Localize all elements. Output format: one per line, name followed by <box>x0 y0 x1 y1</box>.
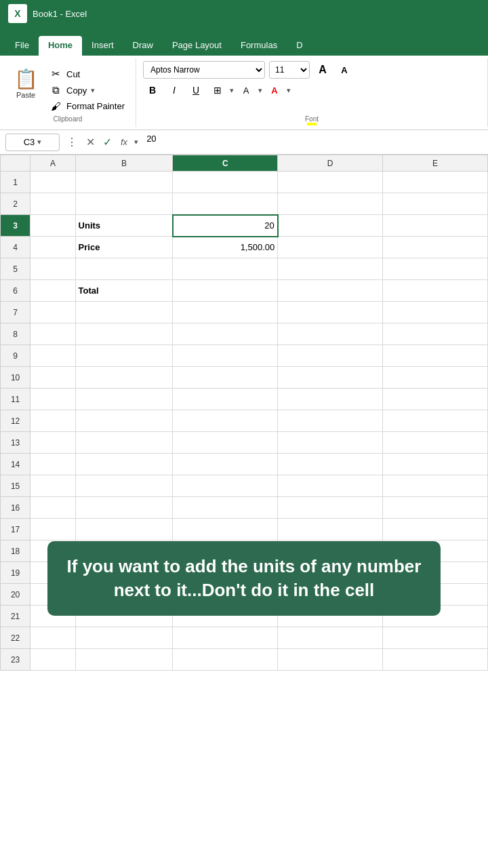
font-grow-button[interactable]: A <box>314 61 331 79</box>
col-header-a[interactable]: A <box>30 155 75 172</box>
cell-E16[interactable] <box>383 497 488 519</box>
cell-E4[interactable] <box>383 237 488 258</box>
cell-B10[interactable] <box>75 367 173 389</box>
row-header-3[interactable]: 3 <box>1 215 30 237</box>
cell-B12[interactable] <box>75 410 173 432</box>
row-header-15[interactable]: 15 <box>1 475 30 497</box>
font-size-select[interactable]: 11 <box>269 61 310 79</box>
row-header-20[interactable]: 20 <box>1 584 30 606</box>
row-header-9[interactable]: 9 <box>1 345 30 367</box>
confirm-formula-button[interactable]: ✓ <box>101 136 114 149</box>
cell-reference-box[interactable]: C3 ▾ <box>5 134 60 151</box>
cell-D4[interactable] <box>278 237 383 258</box>
row-header-7[interactable]: 7 <box>1 302 30 323</box>
cell-A3[interactable] <box>30 215 75 237</box>
col-header-e[interactable]: E <box>383 155 488 172</box>
cell-A7[interactable] <box>30 302 75 323</box>
cell-E1[interactable] <box>383 172 488 193</box>
cell-D2[interactable] <box>278 193 383 215</box>
cell-D6[interactable] <box>278 280 383 302</box>
cell-C6[interactable] <box>173 280 278 302</box>
cell-A16[interactable] <box>30 497 75 519</box>
cell-C3[interactable]: 20 <box>173 215 278 237</box>
row-header-5[interactable]: 5 <box>1 258 30 280</box>
row-header-22[interactable]: 22 <box>1 627 30 649</box>
cell-A12[interactable] <box>30 410 75 432</box>
row-header-14[interactable]: 14 <box>1 454 30 475</box>
cell-B17[interactable] <box>75 519 173 540</box>
cell-D11[interactable] <box>278 389 383 410</box>
cell-B14[interactable] <box>75 454 173 475</box>
cut-button[interactable]: ✂ Cut <box>46 66 127 81</box>
cell-D22[interactable] <box>278 627 383 649</box>
cell-A10[interactable] <box>30 367 75 389</box>
cell-A9[interactable] <box>30 345 75 367</box>
tab-draw[interactable]: Draw <box>123 36 163 56</box>
cell-A1[interactable] <box>30 172 75 193</box>
cell-E17[interactable] <box>383 519 488 540</box>
cell-D16[interactable] <box>278 497 383 519</box>
font-color-button[interactable]: A <box>265 81 284 99</box>
cell-E15[interactable] <box>383 475 488 497</box>
cell-B6[interactable]: Total <box>75 280 173 302</box>
cell-B8[interactable] <box>75 323 173 345</box>
cell-C16[interactable] <box>173 497 278 519</box>
col-header-b[interactable]: B <box>75 155 173 172</box>
underline-button[interactable]: U <box>186 81 205 99</box>
cell-D1[interactable] <box>278 172 383 193</box>
cell-B23[interactable] <box>75 649 173 671</box>
cell-B5[interactable] <box>75 258 173 280</box>
cell-A6[interactable] <box>30 280 75 302</box>
cell-C13[interactable] <box>173 432 278 454</box>
row-header-17[interactable]: 17 <box>1 519 30 540</box>
cell-E10[interactable] <box>383 367 488 389</box>
cell-C10[interactable] <box>173 367 278 389</box>
tab-page-layout[interactable]: Page Layout <box>163 36 231 56</box>
cell-D9[interactable] <box>278 345 383 367</box>
cell-C15[interactable] <box>173 475 278 497</box>
cell-B3[interactable]: Units <box>75 215 173 237</box>
cell-E7[interactable] <box>383 302 488 323</box>
cell-D12[interactable] <box>278 410 383 432</box>
highlight-color-button[interactable]: A <box>237 81 256 99</box>
cell-B7[interactable] <box>75 302 173 323</box>
cell-D8[interactable] <box>278 323 383 345</box>
cell-B9[interactable] <box>75 345 173 367</box>
font-shrink-button[interactable]: A <box>336 61 353 79</box>
cell-A2[interactable] <box>30 193 75 215</box>
cell-C5[interactable] <box>173 258 278 280</box>
cell-B15[interactable] <box>75 475 173 497</box>
row-header-1[interactable]: 1 <box>1 172 30 193</box>
format-painter-button[interactable]: 🖌 Format Painter <box>46 99 127 113</box>
cell-D10[interactable] <box>278 367 383 389</box>
cell-E22[interactable] <box>383 627 488 649</box>
cell-E23[interactable] <box>383 649 488 671</box>
cell-A8[interactable] <box>30 323 75 345</box>
cell-C12[interactable] <box>173 410 278 432</box>
cancel-formula-button[interactable]: ✕ <box>84 136 97 149</box>
tab-formulas[interactable]: Formulas <box>231 36 287 56</box>
cell-A4[interactable] <box>30 237 75 258</box>
cell-D13[interactable] <box>278 432 383 454</box>
cell-A5[interactable] <box>30 258 75 280</box>
row-header-6[interactable]: 6 <box>1 280 30 302</box>
cell-C9[interactable] <box>173 345 278 367</box>
formula-expand-button[interactable]: ▾ <box>134 138 138 146</box>
paste-button[interactable]: 📋 Paste <box>8 64 43 102</box>
formula-options-button[interactable]: ⋮ <box>64 136 80 149</box>
cell-C17[interactable] <box>173 519 278 540</box>
cell-C23[interactable] <box>173 649 278 671</box>
cell-E2[interactable] <box>383 193 488 215</box>
cell-A22[interactable] <box>30 627 75 649</box>
row-header-11[interactable]: 11 <box>1 389 30 410</box>
tab-home[interactable]: Home <box>39 36 82 56</box>
cell-B4[interactable]: Price <box>75 237 173 258</box>
col-header-c[interactable]: C <box>173 155 278 172</box>
tab-insert[interactable]: Insert <box>82 36 123 56</box>
cell-C7[interactable] <box>173 302 278 323</box>
cell-A14[interactable] <box>30 454 75 475</box>
row-header-16[interactable]: 16 <box>1 497 30 519</box>
cell-E11[interactable] <box>383 389 488 410</box>
cell-A23[interactable] <box>30 649 75 671</box>
cell-C14[interactable] <box>173 454 278 475</box>
